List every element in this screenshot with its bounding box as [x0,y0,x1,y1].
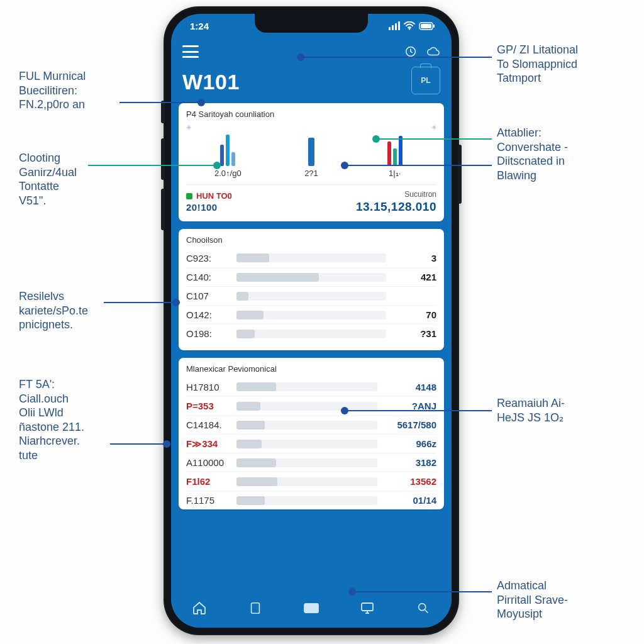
svg-rect-5 [251,603,259,614]
chart-col-1[interactable]: 2.0↑/g0 [209,131,247,178]
list-row[interactable]: A1100003182 [186,453,436,472]
clock: 1:24 [190,21,209,31]
row-value: 421 [392,272,436,282]
vol-up [161,138,165,180]
callout-5: GP/ ZI LitationalTo SlomappnicdTatmport [497,43,578,86]
callout-6: Attablier:Convershate -Diitscnated inBla… [497,126,568,182]
svg-point-0 [409,28,411,30]
row-bar [236,311,386,319]
callout-6-line-a [376,138,492,140]
callout-4: FT 5A':Ciall.ouchOlii LWldñastone 211.Ni… [19,377,84,462]
tab-dashboard[interactable] [297,594,325,622]
phone-frame: 1:24 [164,6,459,635]
tab-bar [171,591,452,628]
list-row[interactable]: C107 [186,286,436,305]
row-value: 4148 [384,382,436,392]
callout-2: ClootingGanirz/4ualTontatteV51". [19,151,77,208]
list-row[interactable]: P=353?ANJ [186,396,436,415]
chart-label-2: 2?1 [304,169,318,178]
row-bar [236,292,386,301]
row-key: C923: [186,253,230,264]
mute-switch [161,101,165,123]
row-key: A110000 [186,457,230,468]
row-key: C107 [186,291,230,301]
list-row[interactable]: C140:421 [186,267,436,286]
screen: 1:24 [171,14,452,628]
chart-row: ✳ 2.0↑/g0 2?1 1|₁· ✳ [186,124,436,178]
power-button [458,145,462,204]
row-bar [236,402,377,411]
list-row[interactable]: F1l6213562 [186,472,436,491]
summary-subcode: 20!100 [186,202,232,213]
callout-7-line [345,410,492,411]
row-key: O198: [186,328,230,339]
row-bar [236,253,386,262]
list-row[interactable]: C923:3 [186,248,436,267]
row-key: F≫334 [186,438,230,450]
chart-label-1: 2.0↑/g0 [214,169,242,178]
app-header: W101 PL [171,38,452,103]
list-card-1: Chooilson C923:3C140:421C107O142:70O198:… [179,229,444,350]
svg-rect-8 [307,609,313,610]
row-value: ?31 [392,328,436,339]
summary-title: P4 Saritoyah counliation [186,109,436,119]
row-value: 70 [392,309,436,320]
list-row[interactable]: O198:?31 [186,324,436,343]
svg-rect-3 [433,25,435,28]
tab-docs[interactable] [242,594,269,622]
callout-8: AdmaticalPirritall Srave-Moyusipt [497,579,568,621]
vol-down [161,189,165,230]
page-title: W101 [182,70,240,94]
callout-1-line [119,102,201,103]
profile-badge[interactable]: PL [411,67,440,94]
callout-5-line [301,57,492,58]
chart-decor-right: ✳ [431,124,436,131]
list-row[interactable]: F≫334966z [186,434,436,453]
row-value: 3 [392,253,436,264]
row-value: 5617/580 [384,419,436,430]
menu-button[interactable] [182,45,199,58]
list-row[interactable]: F.117501/14 [186,491,436,509]
tab-home[interactable] [186,594,213,622]
status-dot-icon [186,193,192,199]
row-key: H17810 [186,382,230,392]
svg-point-10 [419,604,426,611]
summary-code: HUN TO0 [186,191,232,201]
tab-search[interactable] [409,594,437,622]
notch [255,14,368,33]
callout-4-line [110,443,167,445]
list-row[interactable]: O142:70 [186,305,436,324]
list-row[interactable]: C14184.5617/580 [186,415,436,434]
tab-monitor[interactable] [353,594,381,622]
list-row[interactable]: H178104148 [186,377,436,396]
row-bar [236,458,377,467]
wifi-icon [404,21,415,30]
row-bar [236,496,377,505]
row-key: O142: [186,309,230,320]
chart-decor-left: ✳ [186,124,191,131]
row-value: 01/14 [384,495,436,506]
signal-icon [389,21,400,30]
callout-7: Reamaiuh Ai-HeJS JS 1O₂ [497,396,565,425]
callout-8-line [352,591,492,592]
callout-6-line-b [345,165,492,166]
row-key: P=353 [186,401,230,411]
chart-col-2[interactable]: 2?1 [292,131,330,178]
row-value: 3182 [384,457,436,468]
content-scroll[interactable]: P4 Saritoyah counliation ✳ 2.0↑/g0 2?1 1… [171,103,452,591]
row-key: F1l62 [186,476,230,487]
row-bar [236,440,377,448]
row-bar [236,421,377,430]
svg-rect-9 [362,603,373,611]
row-bar [236,477,377,486]
row-bar [236,273,386,282]
row-key: C140: [186,272,230,282]
summary-value: 13.15,128.010 [356,200,436,214]
svg-rect-6 [304,604,318,613]
list-card-2: Mlanexicar Peviomonical H178104148P=353?… [179,358,444,509]
row-value: 966z [384,438,436,449]
callout-1: FUL MurnicalBuecilitiren:FN.2,p0ro an [19,69,86,112]
list1-title: Chooilson [186,235,436,245]
row-key: C14184. [186,419,230,430]
callout-2-line [88,165,217,166]
